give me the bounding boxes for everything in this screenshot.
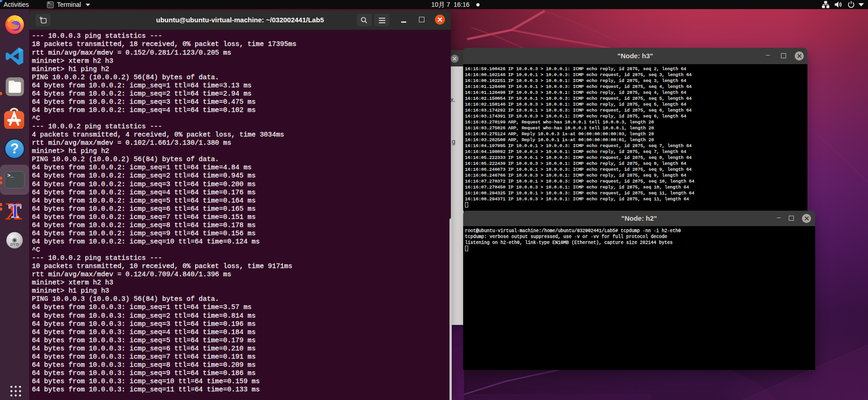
svg-text:?: ? xyxy=(10,141,19,157)
svg-text:DVD: DVD xyxy=(10,242,19,247)
svg-text:T: T xyxy=(9,201,21,221)
